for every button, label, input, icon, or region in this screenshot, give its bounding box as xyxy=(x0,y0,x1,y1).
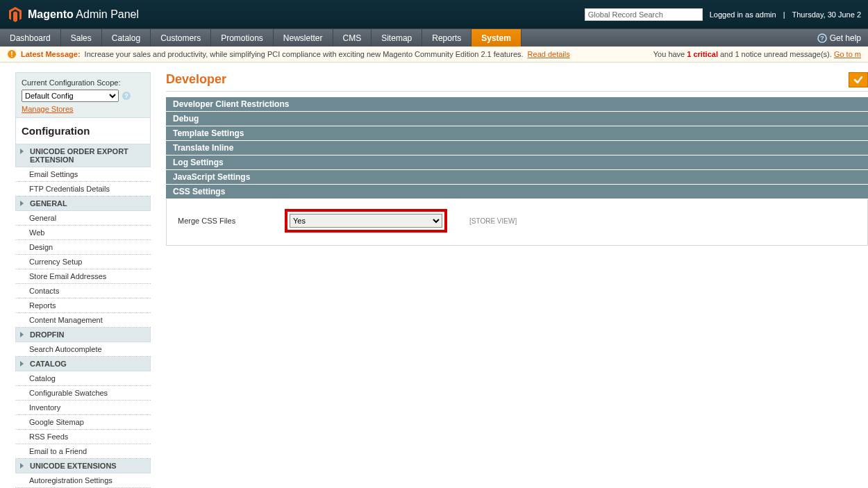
scope-indicator: [STORE VIEW] xyxy=(469,217,517,225)
content: Developer Developer Client Restrictions … xyxy=(151,72,868,488)
global-search-input[interactable] xyxy=(585,8,703,21)
nav-item[interactable]: Google Sitemap xyxy=(15,415,151,430)
menu-sales[interactable]: Sales xyxy=(61,29,102,47)
logo: Magento Admin Panel xyxy=(7,6,139,23)
menu-system[interactable]: System xyxy=(471,29,521,47)
nav-item[interactable]: Email Settings xyxy=(15,167,151,182)
latest-message-label: Latest Message: xyxy=(21,50,81,58)
menu-promotions[interactable]: Promotions xyxy=(211,29,274,47)
nav-group-general[interactable]: GENERAL xyxy=(15,196,151,211)
section-javascript-settings[interactable]: JavaScript Settings xyxy=(166,170,868,185)
latest-message-text: Increase your sales and productivity, wh… xyxy=(85,50,524,58)
brand-text: Magento Admin Panel xyxy=(28,8,139,21)
nav-group-unicode-extensions[interactable]: UNICODE EXTENSIONS xyxy=(15,459,151,473)
magento-logo-icon xyxy=(7,6,24,23)
svg-text:?: ? xyxy=(820,35,824,42)
save-config-button[interactable] xyxy=(849,72,868,87)
manage-stores-link[interactable]: Manage Stores xyxy=(22,105,74,113)
nav-item[interactable]: Configurable Swatches xyxy=(15,386,151,401)
logged-in-label: Logged in as admin xyxy=(710,10,776,19)
scope-help-icon[interactable]: ? xyxy=(122,91,131,101)
section-css-settings[interactable]: CSS Settings xyxy=(166,185,868,199)
nav-item[interactable]: Autoregistration Settings xyxy=(15,473,151,488)
highlight-box: Yes xyxy=(285,209,447,233)
nav-item[interactable]: Catalog xyxy=(15,371,151,386)
scope-box: Current Configuration Scope: Default Con… xyxy=(15,72,151,118)
menu-reports[interactable]: Reports xyxy=(422,29,471,47)
nav-item[interactable]: Contacts xyxy=(15,284,151,298)
nav-item[interactable]: Currency Setup xyxy=(15,255,151,269)
nav-item[interactable]: Design xyxy=(15,240,151,255)
check-icon xyxy=(853,75,863,85)
section-developer-client-restrictions[interactable]: Developer Client Restrictions xyxy=(166,97,868,112)
nav-group-unicode-order-export[interactable]: UNICODE ORDER EXPORT EXTENSION xyxy=(15,144,151,167)
menu-sitemap[interactable]: Sitemap xyxy=(372,29,422,47)
nav-item[interactable]: FTP Credentials Details xyxy=(15,182,151,196)
nav-item[interactable]: Content Management xyxy=(15,313,151,328)
separator: | xyxy=(783,10,785,19)
sidebar: Current Configuration Scope: Default Con… xyxy=(15,72,151,488)
menu-dashboard[interactable]: Dashboard xyxy=(0,29,61,47)
svg-text:!: ! xyxy=(10,51,12,58)
nav-item[interactable]: Store Email Addresses xyxy=(15,269,151,284)
unread-summary: You have 1 critical and 1 notice unread … xyxy=(653,50,861,58)
date-label: Thursday, 30 June 2 xyxy=(792,10,861,19)
nav-item[interactable]: Reports xyxy=(15,298,151,313)
section-translate-inline[interactable]: Translate Inline xyxy=(166,141,868,155)
menu-newsletter[interactable]: Newsletter xyxy=(274,29,333,47)
topbar: Magento Admin Panel Logged in as admin |… xyxy=(0,0,868,28)
nav-item[interactable]: Search Autocomplete xyxy=(15,342,151,357)
get-help-link[interactable]: ? Get help xyxy=(810,29,868,47)
nav-item[interactable]: Web xyxy=(15,226,151,240)
menu-cms[interactable]: CMS xyxy=(333,29,372,47)
section-template-settings[interactable]: Template Settings xyxy=(166,126,868,141)
scope-select[interactable]: Default Config xyxy=(22,90,119,102)
menu-catalog[interactable]: Catalog xyxy=(102,29,151,47)
section-body-css: Merge CSS Files Yes [STORE VIEW] xyxy=(166,199,868,246)
warning-icon: ! xyxy=(7,49,17,59)
section-log-settings[interactable]: Log Settings xyxy=(166,155,868,170)
page-title: Developer xyxy=(166,72,226,91)
main-menu: Dashboard Sales Catalog Customers Promot… xyxy=(0,28,868,47)
read-details-link[interactable]: Read details xyxy=(528,50,570,58)
menu-customers[interactable]: Customers xyxy=(151,29,211,47)
scope-label: Current Configuration Scope: xyxy=(22,78,144,87)
merge-css-select[interactable]: Yes xyxy=(290,214,442,228)
config-header: Configuration xyxy=(15,118,151,144)
merge-css-label: Merge CSS Files xyxy=(174,217,285,225)
nav-item[interactable]: RSS Feeds xyxy=(15,430,151,444)
help-icon: ? xyxy=(817,33,827,43)
nav-item[interactable]: General xyxy=(15,211,151,226)
nav-group-catalog[interactable]: CATALOG xyxy=(15,357,151,371)
goto-messages-link[interactable]: Go to m xyxy=(834,50,861,58)
svg-text:?: ? xyxy=(124,92,128,99)
nav-group-dropfin[interactable]: DROPFIN xyxy=(15,328,151,342)
notification-bar: ! Latest Message: Increase your sales an… xyxy=(0,47,868,62)
nav-item[interactable]: Inventory xyxy=(15,401,151,415)
section-debug[interactable]: Debug xyxy=(166,112,868,126)
nav-item[interactable]: Email to a Friend xyxy=(15,444,151,459)
